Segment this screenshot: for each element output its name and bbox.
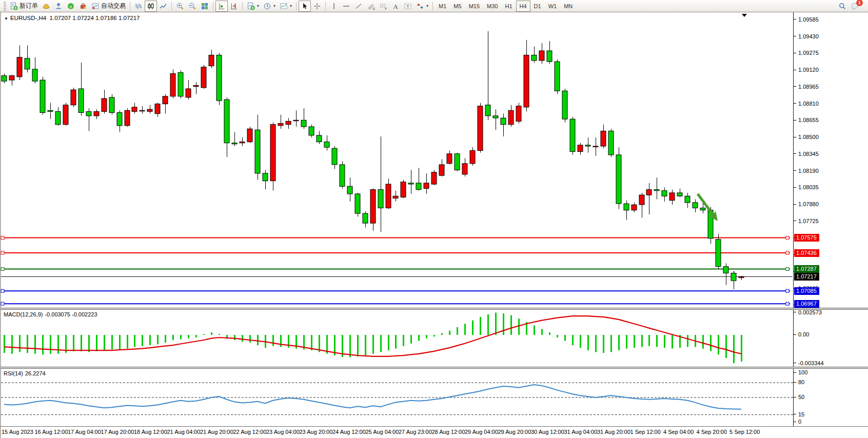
market-button[interactable]: [77, 1, 89, 12]
date-axis-label: 5 Sep 12:00: [729, 429, 760, 435]
price-chart[interactable]: [0, 0, 868, 438]
horizontal-line-button[interactable]: [340, 1, 352, 12]
price-line-label: 1.06967: [794, 300, 819, 308]
text-label-button[interactable]: T: [402, 1, 414, 12]
autotrade-button[interactable]: 自动交易: [89, 1, 128, 12]
candle: [140, 110, 145, 111]
fibonacci-icon: F: [379, 2, 387, 10]
candle: [178, 72, 183, 96]
line-handle[interactable]: [786, 289, 789, 292]
separator: [242, 2, 243, 11]
line-handle[interactable]: [786, 236, 789, 240]
search-button[interactable]: [836, 1, 849, 12]
pane-splitter[interactable]: [0, 367, 868, 369]
candle: [186, 89, 191, 97]
timeframe-M15[interactable]: M15: [465, 1, 483, 12]
bar-chart-button[interactable]: [132, 1, 145, 12]
timeframe-M1[interactable]: M1: [435, 1, 450, 12]
timeframe-M5[interactable]: M5: [450, 1, 465, 12]
candlestick-button[interactable]: [145, 1, 157, 12]
candle: [608, 131, 614, 155]
candle: [555, 62, 560, 91]
templates-button[interactable]: ▾: [278, 1, 294, 12]
zoom-out-button[interactable]: [186, 1, 199, 12]
rsi-value: 26.2274: [25, 370, 46, 376]
candle: [632, 205, 637, 210]
arrow-annotation-shaft[interactable]: [698, 194, 715, 217]
axis-tick-label: 1.08965: [794, 84, 819, 90]
macd-values: -0.003075 -0.002223: [45, 311, 97, 317]
line-handle[interactable]: [1, 236, 4, 240]
price-line-label: 1.07436: [794, 249, 819, 257]
vertical-line-button[interactable]: [328, 1, 340, 12]
indicators-button[interactable]: ▾: [245, 1, 261, 12]
timeframe-H1[interactable]: H1: [501, 1, 516, 12]
candle: [447, 154, 452, 164]
signals-icon: p: [67, 2, 75, 10]
timeframe-M30[interactable]: M30: [483, 1, 501, 12]
candle: [593, 146, 598, 147]
candle: [232, 143, 237, 144]
axis-tick-label: 1.08190: [794, 168, 819, 174]
pane-splitter[interactable]: [0, 308, 868, 310]
crosshair-button[interactable]: [311, 1, 323, 12]
candle: [677, 193, 682, 196]
timeframe-D1[interactable]: D1: [530, 1, 545, 12]
cursor-button[interactable]: [299, 1, 311, 12]
dropdown-caret-icon: ▾: [273, 4, 275, 8]
separator: [296, 2, 297, 11]
candle: [71, 90, 76, 105]
chart-shift-marker[interactable]: [742, 14, 747, 17]
date-axis-label: 4 Sep 20:00: [697, 429, 727, 435]
tile-windows-button[interactable]: [199, 1, 211, 12]
candle: [301, 120, 306, 127]
toolbar-grip[interactable]: [4, 2, 6, 11]
autoscroll-button[interactable]: [215, 1, 228, 12]
zoom-in-button[interactable]: [174, 1, 186, 12]
line-handle[interactable]: [1, 251, 4, 254]
line-handle[interactable]: [786, 251, 789, 254]
timeframe-H4[interactable]: H4: [516, 1, 530, 12]
candle: [270, 125, 275, 181]
autotrade-icon: [91, 2, 100, 10]
new-order-button[interactable]: 新订单: [8, 1, 40, 12]
candle: [32, 69, 37, 81]
candle: [478, 106, 483, 151]
timeframe-W1[interactable]: W1: [545, 1, 561, 12]
collapse-triangle-icon[interactable]: ▼: [4, 16, 8, 21]
periods-button[interactable]: ▾: [261, 1, 278, 12]
profiles-icon: [42, 2, 50, 10]
signals-button[interactable]: p: [65, 1, 77, 12]
chart-shift-icon: [230, 2, 238, 10]
candle: [547, 51, 552, 62]
text-button[interactable]: A: [389, 1, 402, 12]
axis-tick-label: 50: [794, 394, 804, 400]
chart-title[interactable]: ▼EURUSD-,H4 1.07207 1.07224 1.07186 1.07…: [4, 15, 140, 21]
candle: [363, 213, 368, 223]
timeframe-MN[interactable]: MN: [560, 1, 576, 12]
svg-text:E: E: [373, 7, 375, 10]
equidistant-channel-button[interactable]: E: [365, 1, 377, 12]
arrows-button[interactable]: ▾: [414, 1, 430, 12]
trendline-button[interactable]: [352, 1, 365, 12]
chart-ohlc-values: 1.07207 1.07224 1.07186 1.07217: [50, 15, 140, 21]
candle: [455, 154, 460, 170]
svg-text:F: F: [385, 7, 387, 10]
line-handle[interactable]: [786, 268, 789, 271]
separator: [130, 2, 130, 11]
profiles-button[interactable]: [40, 1, 52, 12]
line-handle[interactable]: [1, 289, 4, 292]
line-handle[interactable]: [1, 268, 4, 271]
candle: [147, 109, 152, 111]
community-button[interactable]: [52, 1, 65, 12]
line-handle[interactable]: [1, 302, 4, 305]
line-chart-button[interactable]: [157, 1, 169, 12]
candle: [40, 80, 45, 112]
fibonacci-button[interactable]: F: [377, 1, 389, 12]
candle: [378, 190, 383, 208]
candle: [624, 204, 629, 210]
new-order-label: 新订单: [19, 2, 38, 10]
line-handle[interactable]: [786, 302, 789, 305]
candle: [439, 165, 444, 175]
chart-shift-button[interactable]: [228, 1, 240, 12]
